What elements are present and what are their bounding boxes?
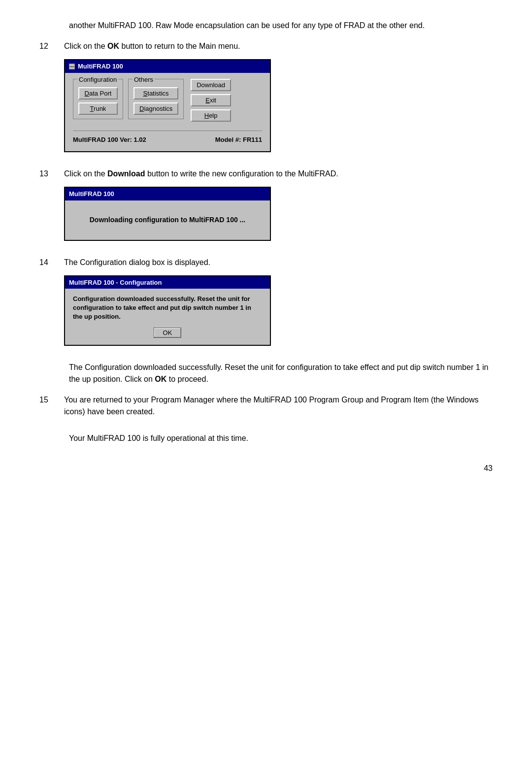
main-menu-title: MultiFRAD 100 [78,62,123,71]
config-group-buttons: Data Port Trunk [78,87,118,115]
after-text-14: The Configuration downloaded successfull… [69,362,493,385]
config-group: Configuration Data Port Trunk [73,79,123,119]
config-group-label: Configuration [77,75,118,85]
data-port-button[interactable]: Data Port [78,87,118,100]
item-12-content: Click on the OK button to return to the … [64,40,493,159]
others-group-buttons: Statistics Diagnostics [133,87,178,115]
main-menu-dialog: — MultiFRAD 100 Configuration Data Port … [64,59,271,152]
item-12: 12 Click on the OK button to return to t… [39,40,493,159]
config-title: MultiFRAD 100 - Configuration [69,278,162,288]
trunk-button[interactable]: Trunk [78,102,118,115]
footer-model: Model #: FR111 [215,135,262,145]
item-14-text: The Configuration dialog box is displaye… [64,257,493,268]
config-titlebar: MultiFRAD 100 - Configuration [65,276,270,289]
page-number: 43 [39,464,493,473]
config-dialog: MultiFRAD 100 - Configuration Configurat… [64,275,271,346]
item-13: 13 Click on the Download button to write… [39,168,493,248]
after-text-14-end: to proceed. [166,375,208,383]
main-menu-titlebar: — MultiFRAD 100 [65,60,270,73]
download-titlebar: MultiFRAD 100 [65,188,270,200]
item-15-text: You are returned to your Program Manager… [64,394,493,418]
download-title: MultiFRAD 100 [69,189,114,199]
menu-groups: Configuration Data Port Trunk Others Sta… [73,79,262,122]
item-15-number: 15 [39,394,64,406]
config-ok-button[interactable]: OK [154,328,182,338]
help-button[interactable]: Help [191,109,231,122]
item-15: 15 You are returned to your Program Mana… [39,394,493,424]
config-message: Configuration downloaded successfully. R… [73,295,262,322]
download-button[interactable]: Download [191,79,231,91]
side-buttons: Download Exit Help [191,79,231,122]
diagnostics-button[interactable]: Diagnostics [133,102,178,115]
config-body: Configuration downloaded successfully. R… [65,289,270,345]
download-message: Downloading configuration to MultiFRAD 1… [90,215,246,225]
ok-container: OK [73,328,262,338]
item-12-number: 12 [39,40,64,52]
main-menu-body: Configuration Data Port Trunk Others Sta… [65,73,270,152]
item-14-content: The Configuration dialog box is displaye… [64,257,493,353]
dialog-footer: MultiFRAD 100 Ver: 1.02 Model #: FR111 [73,131,262,145]
item-13-content: Click on the Download button to write th… [64,168,493,248]
item-13-number: 13 [39,168,64,180]
item-12-text: Click on the OK button to return to the … [64,40,493,52]
download-body: Downloading configuration to MultiFRAD 1… [65,200,270,240]
item-13-text: Click on the Download button to write th… [64,168,493,180]
item-12-bold: OK [107,42,119,50]
page-content: another MultiFRAD 100. Raw Mode encapsul… [39,20,493,473]
after-text-14-main: The Configuration downloaded successfull… [69,363,488,383]
others-group-label: Others [133,75,155,85]
final-text: Your MultiFRAD 100 is fully operational … [69,432,493,444]
after-text-14-bold: OK [155,375,166,383]
exit-button[interactable]: Exit [191,94,231,106]
footer-version: MultiFRAD 100 Ver: 1.02 [73,135,146,145]
others-group: Others Statistics Diagnostics [128,79,184,119]
item-14: 14 The Configuration dialog box is displ… [39,257,493,353]
intro-paragraph: another MultiFRAD 100. Raw Mode encapsul… [69,20,493,32]
statistics-button[interactable]: Statistics [133,87,178,100]
titlebar-icon: — [69,64,75,69]
item-14-number: 14 [39,257,64,268]
item-15-content: You are returned to your Program Manager… [64,394,493,424]
download-dialog: MultiFRAD 100 Downloading configuration … [64,187,271,241]
item-13-bold: Download [107,169,145,178]
